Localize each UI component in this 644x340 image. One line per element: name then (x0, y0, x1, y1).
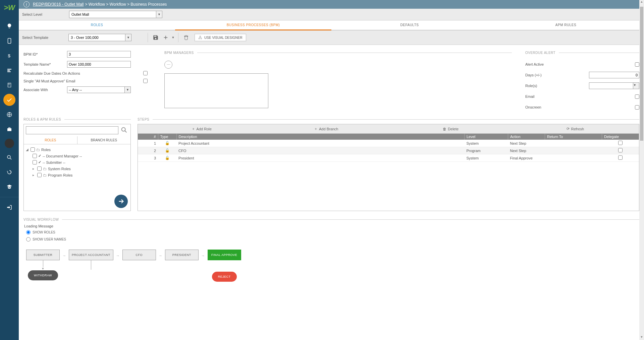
flow-node-pa[interactable]: PROJECT ACCOUNTANT (69, 250, 113, 260)
table-row[interactable]: 3 🔓 President System Final Approve (138, 154, 639, 162)
caret-icon[interactable]: ◢ (26, 148, 29, 151)
nav-workflow[interactable] (3, 94, 15, 106)
col-desc[interactable]: Description (176, 134, 465, 140)
alert-days-input[interactable] (589, 72, 639, 78)
alert-active-checkbox[interactable] (635, 62, 639, 67)
breadcrumb-bar: i REDP/BD/3016 - Outlet Mall > Workflow … (19, 0, 644, 9)
nav-education[interactable] (3, 181, 15, 193)
flow-node-withdraw[interactable]: WITHDRAW (28, 270, 58, 280)
tab-apm[interactable]: APM RULES (488, 20, 644, 30)
alert-onscreen-checkbox[interactable] (635, 105, 639, 110)
nav-briefcase[interactable] (3, 123, 15, 135)
scroll-up-icon[interactable]: ▲ (639, 0, 644, 5)
roles-subtab-branch[interactable]: BRANCH RULES (77, 136, 131, 144)
select-template-input[interactable] (68, 34, 125, 41)
tree-program-label[interactable]: Program Roles (48, 173, 72, 177)
nav-ideas[interactable] (3, 20, 15, 32)
tree-system-checkbox[interactable] (37, 166, 42, 171)
move-right-button[interactable] (114, 195, 128, 208)
tree-submitter-label[interactable]: -- Submitter -- (43, 160, 65, 164)
associate-dropdown-btn[interactable]: ▼ (125, 86, 131, 93)
col-return[interactable]: Return To (545, 134, 602, 140)
alert-roles-label: Role(s) (525, 84, 589, 88)
nav-logout[interactable] (3, 201, 15, 213)
tab-bpm[interactable]: BUSINESS PROCESSES (BPM) (175, 20, 331, 30)
col-type[interactable]: Type (158, 134, 176, 140)
flow-node-final[interactable]: FINAL APPROVE (208, 250, 241, 260)
save-icon[interactable] (151, 32, 161, 43)
search-icon[interactable] (120, 126, 128, 134)
associate-input[interactable] (67, 86, 125, 93)
table-row[interactable]: 1 🔓 Project Accountant System Next Step (138, 140, 639, 147)
nav-building[interactable] (3, 79, 15, 91)
associate-label: Associate With (23, 88, 67, 92)
select-template-dropdown-btn[interactable]: ▼ (125, 34, 131, 41)
svg-rect-8 (9, 85, 10, 85)
breadcrumb-link[interactable]: REDP/BD/3016 - Outlet Mall (33, 2, 84, 7)
lock-icon: 🔓 (158, 154, 176, 162)
recalc-checkbox[interactable] (143, 71, 148, 75)
col-level[interactable]: Level (465, 134, 508, 140)
flow-node-reject[interactable]: REJECT (212, 272, 237, 282)
roles-subtab-roles[interactable]: ROLES (24, 136, 77, 144)
tree-root-label[interactable]: Roles (41, 148, 51, 152)
col-delegate[interactable]: Delegate (602, 134, 639, 140)
scrollbar-thumb[interactable] (640, 7, 643, 141)
flow-node-president[interactable]: PRESIDENT (165, 250, 199, 260)
delegate-checkbox[interactable] (618, 141, 623, 145)
delete-step-button[interactable]: 🗑Delete (388, 126, 513, 132)
select-level-input[interactable] (69, 11, 156, 18)
delegate-checkbox[interactable] (618, 148, 623, 152)
nav-clipboard[interactable] (3, 35, 15, 47)
app-logo[interactable]: >W (4, 3, 15, 12)
table-row[interactable]: 2 🔓 CFO Program Next Step (138, 147, 639, 154)
alert-roles-dropdown-btn[interactable]: ▼ (633, 82, 639, 89)
add-role-button[interactable]: ＋Add Role (139, 126, 264, 132)
add-icon[interactable] (161, 32, 171, 43)
folder-icon: 🗀 (43, 167, 47, 171)
visual-designer-button[interactable]: USE VISUAL DESIGNER (195, 34, 246, 41)
select-level-dropdown-btn[interactable]: ▼ (156, 11, 162, 18)
alert-email-checkbox[interactable] (635, 94, 639, 99)
show-users-radio[interactable] (26, 237, 31, 242)
tree-submitter-checkbox[interactable] (33, 160, 37, 164)
col-num[interactable]: # (138, 134, 158, 140)
nav-history[interactable] (3, 166, 15, 178)
lock-icon: 🔓 (158, 140, 176, 147)
add-dropdown-icon[interactable]: ▼ (171, 32, 175, 43)
caret-icon[interactable]: ▸ (33, 167, 36, 171)
tree-system-label[interactable]: System Roles (48, 167, 71, 171)
scroll-down-icon[interactable]: ▼ (639, 335, 644, 340)
add-branch-button[interactable]: ＋Add Branch (264, 126, 389, 132)
refresh-button[interactable]: ⟳Refresh (513, 126, 638, 132)
bpm-managers-more-icon[interactable]: ⋯ (164, 61, 172, 69)
svg-rect-6 (9, 84, 10, 84)
nav-search[interactable] (3, 151, 15, 163)
nav-globe[interactable] (3, 109, 15, 121)
nav-finance[interactable]: $ (3, 50, 15, 62)
alert-roles-input[interactable] (589, 82, 633, 89)
flow-node-cfo[interactable]: CFO (122, 250, 156, 260)
show-users-label: SHOW USER NAMES (33, 237, 66, 241)
tree-root-checkbox[interactable] (31, 147, 35, 152)
info-icon[interactable]: i (23, 1, 30, 7)
delete-icon[interactable] (181, 32, 191, 43)
bpm-managers-list[interactable] (164, 73, 268, 108)
nav-bars[interactable] (3, 64, 15, 76)
single-email-checkbox[interactable] (143, 79, 148, 83)
tab-defaults[interactable]: DEFAULTS (331, 20, 488, 30)
flow-node-submitter[interactable]: SUBMITTER (26, 250, 60, 260)
roles-search-input[interactable] (26, 126, 118, 134)
template-name-input[interactable] (67, 61, 131, 68)
tree-docmgr-label[interactable]: -- Document Manager -- (43, 154, 82, 158)
bpm-id-input[interactable] (67, 51, 131, 58)
user-avatar[interactable] (5, 139, 14, 148)
caret-icon[interactable]: ▸ (33, 173, 36, 177)
tab-roles[interactable]: ROLES (19, 20, 175, 30)
vertical-scrollbar[interactable]: ▲ ▼ (639, 0, 644, 340)
col-action[interactable]: Action (508, 134, 545, 140)
tree-program-checkbox[interactable] (37, 173, 42, 177)
show-roles-radio[interactable] (26, 230, 31, 234)
tree-docmgr-checkbox[interactable] (33, 154, 37, 158)
delegate-checkbox[interactable] (618, 155, 623, 160)
